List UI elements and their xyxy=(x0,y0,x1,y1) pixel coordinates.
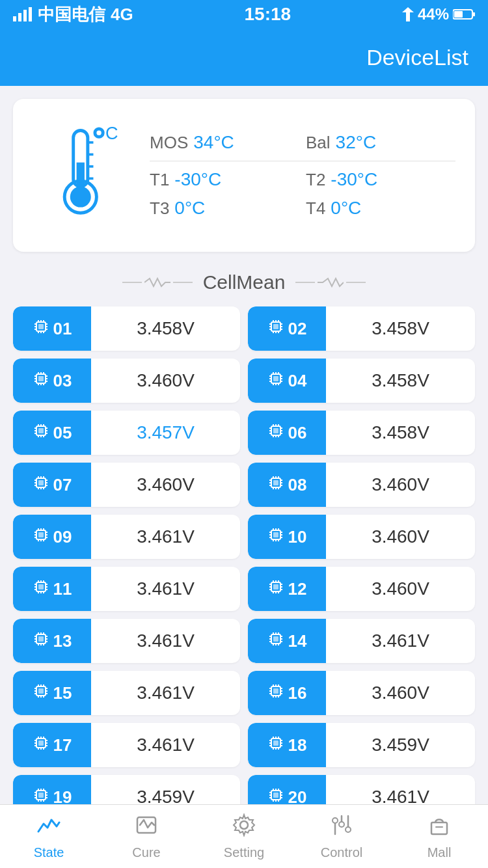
svg-point-7 xyxy=(95,129,103,137)
cell-item[interactable]: 17 3.461V xyxy=(13,723,240,767)
cell-id: 01 xyxy=(53,319,72,339)
cell-item[interactable]: 06 3.458V xyxy=(248,411,475,455)
cell-id: 18 xyxy=(288,735,307,755)
chip-icon xyxy=(267,631,284,651)
t1-value: -30°C xyxy=(174,169,221,190)
cell-item[interactable]: 09 3.461V xyxy=(13,515,240,559)
cell-item[interactable]: 05 3.457V xyxy=(13,411,240,455)
nav-item-control[interactable]: Control xyxy=(293,805,390,868)
svg-rect-306 xyxy=(431,822,447,834)
cell-id: 11 xyxy=(53,579,72,599)
svg-rect-285 xyxy=(273,793,278,798)
chip-icon xyxy=(267,474,284,495)
cell-badge: 01 xyxy=(13,306,91,351)
t2-label: T2 xyxy=(306,170,325,190)
svg-rect-215 xyxy=(38,688,44,694)
chip-icon xyxy=(267,683,284,703)
cell-item[interactable]: 12 3.460V xyxy=(248,567,475,611)
cell-item[interactable]: 11 3.461V xyxy=(13,567,240,611)
cell-badge: 14 xyxy=(248,619,326,663)
cell-badge: 11 xyxy=(13,567,91,611)
cell-item[interactable]: 16 3.460V xyxy=(248,671,475,715)
chip-icon xyxy=(267,735,284,755)
t2-temp: T2 -30°C xyxy=(306,169,455,190)
app-header: DeviceList xyxy=(0,29,488,86)
t4-value: 0°C xyxy=(331,198,361,219)
t1-label: T1 xyxy=(150,170,169,190)
cell-item[interactable]: 15 3.461V xyxy=(13,671,240,715)
cell-item[interactable]: 10 3.460V xyxy=(248,515,475,559)
cell-item[interactable]: 14 3.461V xyxy=(248,619,475,663)
cell-id: 02 xyxy=(288,319,307,339)
cell-badge: 09 xyxy=(13,515,91,559)
cell-voltage: 3.461V xyxy=(91,683,240,703)
cell-badge: 13 xyxy=(13,619,91,663)
status-left: 中国电信 4G xyxy=(13,3,133,26)
setting-nav-icon xyxy=(232,813,256,843)
thermometer-icon: C xyxy=(33,118,137,232)
svg-point-303 xyxy=(332,818,338,823)
cell-item[interactable]: 07 3.460V xyxy=(13,463,240,507)
svg-rect-257 xyxy=(273,740,278,746)
chip-icon xyxy=(33,526,49,547)
state-nav-label: State xyxy=(34,845,64,860)
chip-icon xyxy=(267,318,284,339)
cure-nav-icon xyxy=(135,813,158,843)
svg-rect-89 xyxy=(273,428,278,433)
t3-label: T3 xyxy=(150,198,169,219)
cell-voltage: 3.460V xyxy=(326,578,475,599)
time-label: 15:18 xyxy=(245,4,291,25)
svg-rect-14 xyxy=(77,163,85,187)
cell-voltage: 3.458V xyxy=(326,422,475,443)
carrier-label: 中国电信 xyxy=(38,3,105,26)
cell-item[interactable]: 13 3.461V xyxy=(13,619,240,663)
cell-item[interactable]: 18 3.459V xyxy=(248,723,475,767)
cell-voltage: 3.460V xyxy=(91,370,240,391)
svg-rect-19 xyxy=(38,324,44,329)
cell-badge: 10 xyxy=(248,515,326,559)
svg-rect-187 xyxy=(38,636,44,642)
cell-item[interactable]: 08 3.460V xyxy=(248,463,475,507)
cell-item[interactable]: 01 3.458V xyxy=(13,306,240,351)
cell-voltage: 3.460V xyxy=(326,683,475,703)
cell-voltage: 3.458V xyxy=(91,318,240,339)
wave-left xyxy=(122,277,193,288)
cell-badge: 08 xyxy=(248,463,326,507)
temperature-card: C MOS 34°C B xyxy=(13,99,475,252)
svg-rect-47 xyxy=(38,376,44,381)
cell-id: 17 xyxy=(53,735,72,755)
nav-item-mall[interactable]: Mall xyxy=(390,805,488,868)
cell-voltage: 3.458V xyxy=(326,370,475,391)
cell-id: 04 xyxy=(288,371,307,391)
nav-item-cure[interactable]: Cure xyxy=(98,805,195,868)
cell-id: 07 xyxy=(53,475,72,495)
t4-temp: T4 0°C xyxy=(306,198,455,219)
chip-icon xyxy=(33,735,49,755)
nav-item-setting[interactable]: Setting xyxy=(195,805,293,868)
svg-point-299 xyxy=(240,821,248,829)
cell-id: 05 xyxy=(53,423,72,443)
svg-rect-201 xyxy=(273,636,278,642)
cell-voltage: 3.459V xyxy=(326,735,475,755)
cell-badge: 05 xyxy=(13,411,91,455)
cell-item[interactable]: 03 3.460V xyxy=(13,359,240,403)
svg-rect-33 xyxy=(273,324,278,329)
control-nav-label: Control xyxy=(321,845,362,860)
cell-id: 14 xyxy=(288,631,307,651)
svg-rect-1 xyxy=(18,13,21,21)
network-label: 4G xyxy=(111,5,133,25)
cell-item[interactable]: 02 3.458V xyxy=(248,306,475,351)
chip-icon xyxy=(33,631,49,651)
nav-item-state[interactable]: State xyxy=(0,805,98,868)
temp-grid: MOS 34°C Bal 32°C T1 -30°C T2 -30°C T3 0… xyxy=(150,132,455,219)
cell-badge: 12 xyxy=(248,567,326,611)
cell-item[interactable]: 04 3.458V xyxy=(248,359,475,403)
battery-label: 44% xyxy=(418,5,449,23)
svg-rect-61 xyxy=(273,376,278,381)
mos-label: MOS xyxy=(150,133,188,153)
svg-rect-103 xyxy=(38,480,44,485)
svg-rect-75 xyxy=(38,428,44,433)
svg-rect-6 xyxy=(454,11,463,18)
cell-badge: 18 xyxy=(248,723,326,767)
cell-voltage: 3.460V xyxy=(326,474,475,495)
